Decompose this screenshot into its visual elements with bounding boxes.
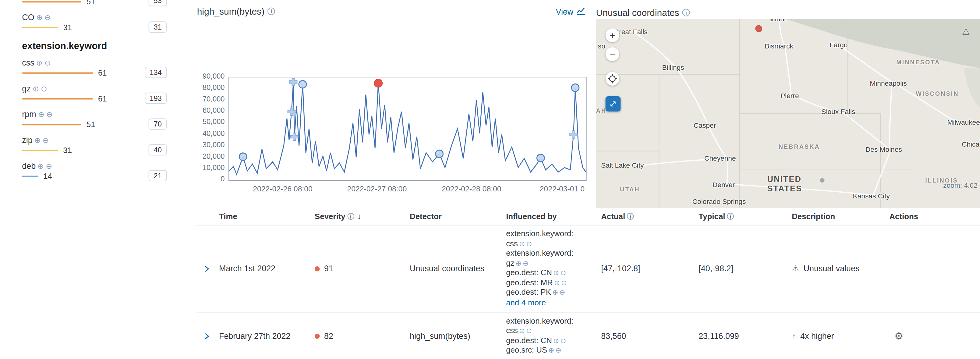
map-city-label: Cheyenne <box>704 154 736 162</box>
view-link[interactable]: View <box>556 7 585 16</box>
info-icon[interactable]: i <box>727 213 734 220</box>
add-filter-icon[interactable]: ⊕ <box>34 136 41 144</box>
critical-anomaly-marker[interactable] <box>374 79 382 88</box>
remove-filter-icon[interactable]: ⊖ <box>41 85 47 93</box>
add-filter-icon[interactable]: ⊕ <box>548 346 554 354</box>
remove-filter-icon[interactable]: ⊖ <box>45 59 51 67</box>
typical-location-marker[interactable] <box>820 178 824 183</box>
influencer-entry: geo.dest: CN⊕⊖ <box>506 336 595 346</box>
info-icon[interactable]: i <box>347 213 354 220</box>
anomaly-marker[interactable] <box>239 153 247 161</box>
anomaly-chart-panel: high_sum(bytes) i View 010,00020,00030,0… <box>197 0 596 208</box>
map-city-label: Des Moines <box>865 145 902 153</box>
influencer-text: geo.dest: CN <box>506 336 552 345</box>
remove-filter-icon[interactable]: ⊖ <box>561 279 567 286</box>
map-city-label: Minot <box>769 19 786 22</box>
show-more-influencers-link[interactable]: and 4 more <box>506 297 595 308</box>
anomaly-marker[interactable] <box>436 150 443 158</box>
map-zoom-out-button[interactable]: − <box>606 47 619 61</box>
influencer-max-score: 61 <box>98 69 107 77</box>
fit-to-data-button[interactable] <box>606 72 619 86</box>
remove-filter-icon[interactable]: ⊖ <box>560 337 566 344</box>
anomalies-table-header: TimeSeverityi↓DetectorInfluenced byActua… <box>197 208 980 225</box>
map-canvas[interactable]: Great FallssoMinotBismarckFargoBillingsM… <box>596 19 980 208</box>
add-filter-icon[interactable]: ⊕ <box>553 269 559 276</box>
influencer-text: geo.src: US <box>506 346 547 354</box>
anomaly-marker[interactable] <box>571 84 579 91</box>
row-actions-gear-icon[interactable]: ⚙ <box>889 331 903 341</box>
map-state-borders <box>596 19 911 208</box>
map-city-label: Pierre <box>781 92 799 100</box>
actual-value: [47,-102.8] <box>601 264 640 273</box>
add-filter-icon[interactable]: ⊕ <box>33 85 39 93</box>
add-filter-icon[interactable]: ⊕ <box>519 327 525 334</box>
map-header: Unusual coordinates i <box>596 8 690 18</box>
remove-filter-icon[interactable]: ⊖ <box>559 288 565 296</box>
influencer-text: geo.dest: MR <box>506 278 553 287</box>
anomaly-marker[interactable] <box>299 80 307 88</box>
multi-bucket-anomaly-marker[interactable] <box>570 131 577 138</box>
info-icon[interactable]: i <box>627 213 634 220</box>
info-icon[interactable]: i <box>267 8 275 15</box>
influencer-value-label: css <box>22 58 34 67</box>
map-warning-icon: ⚠ <box>962 27 970 37</box>
remove-filter-icon[interactable]: ⊖ <box>560 269 566 276</box>
severity-dot <box>315 266 320 271</box>
anomaly-marker[interactable] <box>537 154 544 162</box>
anomaly-table-row: March 1st 202291Unusual coordinatesexten… <box>197 225 980 313</box>
influencer-max-score: 51 <box>86 120 95 129</box>
map-city-label: Billings <box>662 64 684 71</box>
column-header-time: Time <box>219 212 315 221</box>
add-filter-icon[interactable]: ⊕ <box>38 111 45 118</box>
add-filter-icon[interactable]: ⊕ <box>37 162 44 170</box>
multi-bucket-anomaly-marker[interactable] <box>291 133 298 140</box>
anomaly-location-marker[interactable] <box>755 25 762 32</box>
remove-filter-icon[interactable]: ⊖ <box>523 259 528 266</box>
detector-name: Unusual coordinates <box>410 264 484 273</box>
anomaly-line-chart <box>229 77 586 180</box>
severity-dot <box>315 334 320 339</box>
influencer-value-label: deb <box>22 161 36 171</box>
map-city-label: Salt Lake City <box>601 161 644 169</box>
map-city-label: Bismarck <box>765 42 793 49</box>
y-axis-tick-label: 30,000 <box>202 141 225 148</box>
multi-bucket-anomaly-marker[interactable] <box>290 78 298 86</box>
detector-name: high_sum(bytes) <box>410 331 470 341</box>
chart-plot-area[interactable] <box>229 77 587 181</box>
expand-row-button[interactable] <box>197 264 219 273</box>
sort-desc-icon[interactable]: ↓ <box>357 212 361 221</box>
metric-line <box>229 82 586 174</box>
map-zoom-in-button[interactable]: + <box>606 28 619 42</box>
add-filter-icon[interactable]: ⊕ <box>552 288 558 296</box>
remove-filter-icon[interactable]: ⊖ <box>46 111 53 118</box>
remove-filter-icon[interactable]: ⊖ <box>46 162 52 170</box>
column-header-severity: Severityi↓ <box>315 212 410 221</box>
remove-filter-icon[interactable]: ⊖ <box>555 346 561 354</box>
view-link-label: View <box>556 7 573 16</box>
severity-score: 91 <box>324 264 333 273</box>
zoom-out-icon: − <box>609 49 615 59</box>
add-filter-icon[interactable]: ⊕ <box>519 239 525 247</box>
add-filter-icon[interactable]: ⊕ <box>516 259 522 266</box>
y-axis-tick-label: 20,000 <box>202 152 225 160</box>
influencer-entry: geo.src: US⊕⊖ <box>506 346 595 355</box>
add-filter-icon[interactable]: ⊕ <box>36 59 43 67</box>
add-filter-icon[interactable]: ⊕ <box>36 13 43 21</box>
remove-filter-icon[interactable]: ⊖ <box>43 136 49 144</box>
info-icon[interactable]: i <box>682 9 690 16</box>
expand-diagonal-icon <box>608 99 618 109</box>
influencer-entry: geo.dest: CN⊕⊖ <box>506 268 595 278</box>
remove-filter-icon[interactable]: ⊖ <box>526 327 532 334</box>
influencer-score-bar <box>22 73 93 74</box>
expand-row-button[interactable] <box>197 332 219 340</box>
expand-map-button[interactable] <box>606 96 621 112</box>
remove-filter-icon[interactable]: ⊖ <box>526 239 532 247</box>
column-header-detector: Detector <box>410 212 506 221</box>
remove-filter-icon[interactable]: ⊖ <box>45 13 51 21</box>
influencer-text: geo.dest: CN <box>506 268 552 277</box>
influencer-entry: extension.keyword: css⊕⊖ <box>506 229 595 249</box>
influencer-score-bar <box>22 27 58 28</box>
influencer-row: 5153 <box>22 0 189 7</box>
add-filter-icon[interactable]: ⊕ <box>553 337 559 344</box>
add-filter-icon[interactable]: ⊕ <box>554 279 560 286</box>
